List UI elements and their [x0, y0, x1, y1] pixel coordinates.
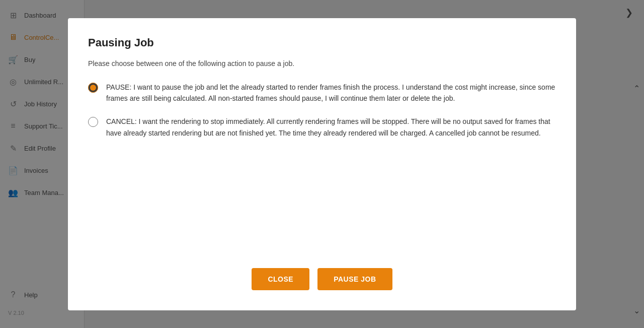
modal-description: Please choose between one of the followi…: [88, 59, 556, 68]
modal-footer: CLOSE PAUSE JOB: [88, 258, 556, 290]
cancel-label[interactable]: CANCEL: I want the rendering to stop imm…: [106, 116, 556, 139]
close-button[interactable]: CLOSE: [252, 268, 309, 290]
pause-radio-wrapper[interactable]: [88, 83, 98, 95]
pause-option[interactable]: PAUSE: I want to pause the job and let t…: [88, 82, 556, 104]
pause-radio[interactable]: [88, 83, 98, 93]
cancel-radio-wrapper[interactable]: [88, 117, 98, 129]
modal-overlay: Pausing Job Please choose between one of…: [0, 0, 644, 328]
pause-label[interactable]: PAUSE: I want to pause the job and let t…: [106, 82, 556, 104]
modal-title: Pausing Job: [88, 36, 556, 49]
radio-group: PAUSE: I want to pause the job and let t…: [88, 82, 556, 238]
cancel-option[interactable]: CANCEL: I want the rendering to stop imm…: [88, 116, 556, 139]
pause-job-button[interactable]: PAUSE JOB: [317, 268, 392, 290]
cancel-radio[interactable]: [88, 117, 98, 127]
pausing-job-modal: Pausing Job Please choose between one of…: [68, 18, 576, 310]
